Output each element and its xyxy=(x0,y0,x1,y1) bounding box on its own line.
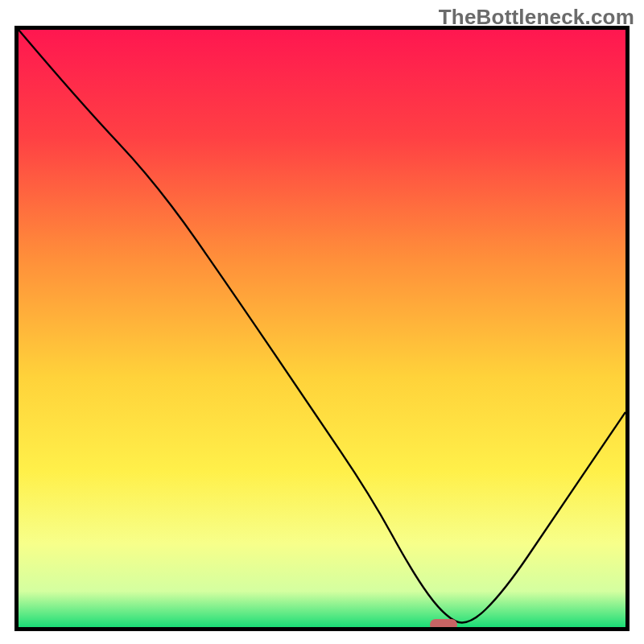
watermark-text: TheBottleneck.com xyxy=(439,5,634,30)
optimal-point-marker xyxy=(430,619,457,630)
chart-stage: TheBottleneck.com xyxy=(0,0,644,644)
bottleneck-curve xyxy=(19,30,625,627)
plot-frame xyxy=(14,26,630,631)
